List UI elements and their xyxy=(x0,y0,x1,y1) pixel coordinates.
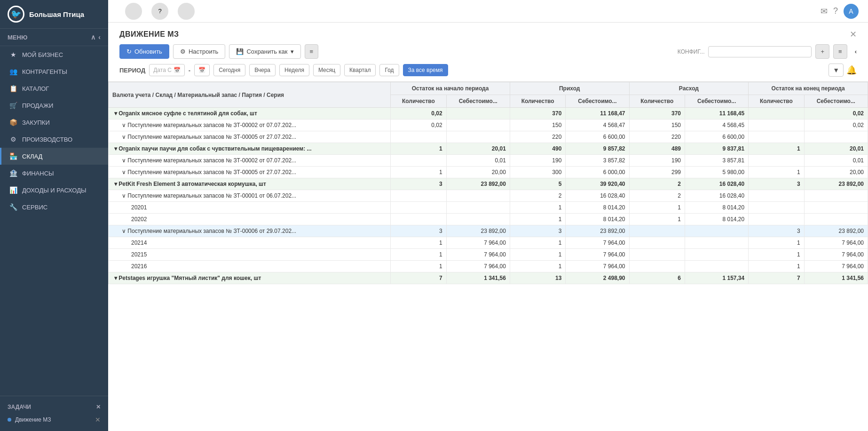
config-list-button[interactable]: ≡ xyxy=(833,44,847,59)
sidebar-item-sales[interactable]: 🛒 ПРОДАЖИ xyxy=(0,97,108,114)
row-cell: 0,02 xyxy=(391,108,446,120)
row-cell: 1 341,56 xyxy=(804,272,868,284)
row-cell: 1 xyxy=(749,167,804,178)
quarter-button[interactable]: Квартал xyxy=(344,64,376,76)
row-cell: 190 xyxy=(629,155,685,167)
table-row: 2021617 964,0017 964,0017 964,00 xyxy=(109,261,868,272)
date-to-input[interactable]: 📅 xyxy=(194,64,210,76)
row-cell xyxy=(629,237,685,249)
row-cell: 16 028,40 xyxy=(685,178,748,190)
config-input[interactable] xyxy=(708,46,812,57)
sidebar-item-label: ФИНАНСЫ xyxy=(22,170,54,177)
mail-icon[interactable]: ✉ xyxy=(821,6,828,16)
table-row: ∨ Поступление материальных запасов № ЗТ-… xyxy=(109,225,868,237)
save-as-button[interactable]: 💾 Сохранить как ▾ xyxy=(229,44,300,59)
task-item-movement[interactable]: Движение МЗ ✕ xyxy=(0,413,108,426)
row-cell xyxy=(749,155,804,167)
config-add-button[interactable]: + xyxy=(815,44,829,59)
row-cell xyxy=(749,202,804,214)
sidebar-logo: 🐦 Большая Птица xyxy=(0,0,108,29)
my-business-icon: ★ xyxy=(9,51,17,58)
config-area: КОНФИГ... + ≡ ‹ xyxy=(678,44,857,59)
row-cell: 3 857,81 xyxy=(685,155,748,167)
date-from-input[interactable]: Дата С 📅 xyxy=(149,64,185,76)
row-cell: 7 xyxy=(749,272,804,284)
row-cell: 7 964,00 xyxy=(446,249,510,261)
row-name: ▾ PetKit Fresh Element 3 автоматическая … xyxy=(109,178,391,190)
row-cell: 8 014,20 xyxy=(685,202,748,214)
info-circle[interactable] xyxy=(178,3,195,20)
col-header-in: Приход xyxy=(510,82,629,95)
tasks-section: ЗАДАЧИ ✕ Движение МЗ ✕ xyxy=(0,396,108,431)
row-cell: 1 xyxy=(629,214,685,225)
sidebar-item-catalog[interactable]: 📋 КАТАЛОГ xyxy=(0,80,108,97)
row-name: ∨ Поступление материальных запасов № ЗТ-… xyxy=(109,225,391,237)
sidebar-nav: ★ МОЙ БИЗНЕС 👥 КОНТРАГЕНТЫ 📋 КАТАЛОГ 🛒 П… xyxy=(0,46,108,396)
row-name: 20216 xyxy=(109,261,391,272)
page-close-icon[interactable]: ✕ xyxy=(850,29,857,40)
filter-icon-button[interactable]: ▼ xyxy=(829,64,844,77)
hamburger-icon: ≡ xyxy=(310,48,314,55)
all-time-button[interactable]: За все время xyxy=(403,64,448,76)
row-cell: 3 xyxy=(391,178,446,190)
row-cell: 1 xyxy=(391,167,446,178)
bell-icon[interactable]: 🔔 xyxy=(846,65,857,75)
row-name: ∨ Поступление материальных запасов № ЗТ-… xyxy=(109,120,391,131)
row-cell xyxy=(804,131,868,143)
year-button[interactable]: Год xyxy=(379,64,399,76)
refresh-icon: ↻ xyxy=(126,48,132,55)
yesterday-button[interactable]: Вчера xyxy=(249,64,276,76)
row-cell xyxy=(391,202,446,214)
sidebar-item-contractors[interactable]: 👥 КОНТРАГЕНТЫ xyxy=(0,63,108,80)
row-cell: 20,00 xyxy=(446,167,510,178)
table-container[interactable]: Валюта учета / Склад / Материальный запа… xyxy=(108,82,868,431)
menu-collapse-icon[interactable]: ∧ xyxy=(91,33,95,41)
row-cell: 0,01 xyxy=(804,155,868,167)
purchases-icon: 📦 xyxy=(9,119,17,126)
sidebar: 🐦 Большая Птица МЕНЮ ∧ ‹ ★ МОЙ БИЗНЕС 👥 … xyxy=(0,0,108,431)
row-cell: 23 892,00 xyxy=(804,178,868,190)
sidebar-item-production[interactable]: ⚙ ПРОИЗВОДСТВО xyxy=(0,131,108,148)
sidebar-item-warehouse[interactable]: 🏪 СКЛАД xyxy=(0,148,108,165)
today-button[interactable]: Сегодня xyxy=(213,64,245,76)
menu-icon-button[interactable]: ≡ xyxy=(305,44,319,59)
row-cell: 1 xyxy=(391,143,446,155)
row-cell xyxy=(629,261,685,272)
help-icon[interactable]: ? xyxy=(833,6,838,16)
row-cell xyxy=(685,237,748,249)
finance-icon: 🏦 xyxy=(9,169,17,177)
help-circle[interactable]: ? xyxy=(151,3,168,20)
sidebar-item-service[interactable]: 🔧 СЕРВИС xyxy=(0,199,108,216)
row-cell: 1 xyxy=(749,143,804,155)
sidebar-item-finance[interactable]: 🏦 ФИНАНСЫ xyxy=(0,165,108,182)
task-label: Движение МЗ xyxy=(15,416,51,423)
row-cell: 1 157,34 xyxy=(685,272,748,284)
refresh-button[interactable]: ↻ Обновить xyxy=(119,44,169,59)
month-button[interactable]: Месяц xyxy=(313,64,340,76)
sidebar-item-label: КОНТРАГЕНТЫ xyxy=(22,68,67,75)
row-cell: 0,02 xyxy=(804,120,868,131)
sidebar-item-my-business[interactable]: ★ МОЙ БИЗНЕС xyxy=(0,46,108,63)
settings-button[interactable]: ⚙ Настроить xyxy=(173,44,226,59)
row-cell: 7 964,00 xyxy=(446,261,510,272)
row-cell: 16 028,40 xyxy=(566,190,629,202)
menu-controls: ∧ ‹ xyxy=(91,33,101,41)
row-cell xyxy=(391,214,446,225)
row-name: 20201 xyxy=(109,202,391,214)
task-close-icon[interactable]: ✕ xyxy=(95,416,101,423)
data-table: Валюта учета / Склад / Материальный запа… xyxy=(108,82,868,284)
menu-toggle-icon[interactable]: ‹ xyxy=(98,33,101,41)
sidebar-item-purchases[interactable]: 📦 ЗАКУПКИ xyxy=(0,114,108,131)
user-avatar-top[interactable] xyxy=(125,3,142,20)
row-cell: 8 014,20 xyxy=(566,214,629,225)
right-panel-close-icon[interactable]: ‹ xyxy=(855,48,857,55)
row-cell xyxy=(804,202,868,214)
sidebar-item-label: МОЙ БИЗНЕС xyxy=(22,51,63,58)
user-avatar[interactable]: А xyxy=(844,4,859,19)
sidebar-item-income-expense[interactable]: 📊 ДОХОДЫ И РАСХОДЫ xyxy=(0,182,108,199)
row-cell: 6 600,00 xyxy=(566,131,629,143)
col-end-qty: Количество xyxy=(749,95,804,108)
week-button[interactable]: Неделя xyxy=(279,64,309,76)
tasks-close-icon[interactable]: ✕ xyxy=(96,404,101,410)
row-cell: 16 028,40 xyxy=(685,190,748,202)
